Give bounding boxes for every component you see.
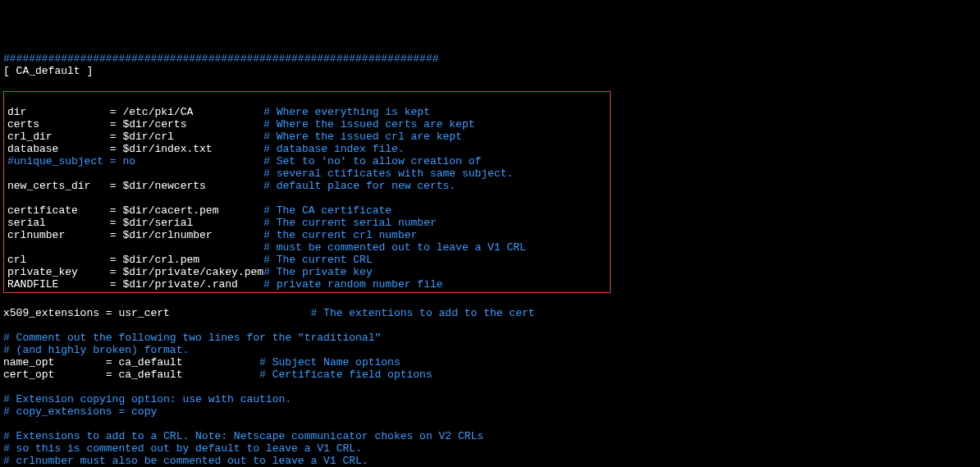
- comment-line: # Comment out the following two lines fo…: [3, 332, 381, 344]
- config-key: certs: [7, 118, 103, 130]
- comment-line: # crlnumber must also be commented out t…: [3, 455, 369, 467]
- comment: # private random number file: [263, 278, 442, 291]
- comment: # The CA certificate: [263, 204, 392, 217]
- config-key: certificate: [7, 204, 103, 217]
- comment: # Where everything is kept: [263, 106, 430, 118]
- comment: # The private key: [263, 266, 373, 278]
- config-key: cert_opt: [3, 369, 99, 381]
- config-key: private_key: [7, 266, 103, 278]
- config-value: $dir/private/cakey.pem: [122, 266, 263, 278]
- config-key: crl_dir: [7, 130, 103, 143]
- config-key: dir: [7, 106, 103, 118]
- section-header: [ CA_default ]: [3, 65, 93, 77]
- config-value: no: [122, 155, 135, 167]
- config-key: #unique_subject: [7, 155, 103, 167]
- config-value: $dir/cacert.pem: [122, 204, 218, 217]
- comment-line: # so this is commented out by default to…: [3, 442, 362, 455]
- config-value: $dir/crlnumber: [122, 229, 212, 241]
- comment: # Subject Name options: [259, 356, 401, 369]
- config-key: crl: [7, 254, 103, 266]
- comment: # Where the issued crl are kept: [263, 130, 462, 143]
- comment-line: # (and highly broken) format.: [3, 344, 189, 356]
- comment: # Set to 'no' to allow creation of: [263, 155, 481, 167]
- comment: # database index file.: [263, 143, 405, 155]
- config-key: new_certs_dir: [7, 180, 103, 192]
- comment: # The extentions to add to the cert: [311, 307, 535, 319]
- comment: # Certificate field options: [259, 369, 433, 381]
- config-value: /etc/pki/CA: [122, 106, 193, 118]
- config-value: ca_default: [118, 369, 182, 381]
- comment-line: # Extension copying option: use with cau…: [3, 393, 291, 405]
- config-value: $dir/serial: [122, 217, 193, 229]
- comment: # Where the issued certs are kept: [263, 118, 474, 130]
- config-value: $dir/crl.pem: [122, 254, 199, 266]
- config-key: database: [7, 143, 103, 155]
- config-value: usr_cert: [118, 307, 169, 319]
- config-value: $dir/private/.rand: [122, 278, 237, 291]
- comment-line: # copy_extensions = copy: [3, 405, 157, 418]
- comment-line: # Extensions to add to a CRL. Note: Nets…: [3, 430, 483, 442]
- config-key: serial: [7, 217, 103, 229]
- comment: # default place for new certs.: [263, 180, 456, 192]
- comment: # must be commented out to leave a V1 CR…: [263, 241, 526, 254]
- comment: # The current CRL: [263, 254, 373, 266]
- config-key: x509_extensions: [3, 307, 99, 319]
- config-key: name_opt: [3, 356, 99, 369]
- config-value: $dir/certs: [122, 118, 186, 130]
- separator-line: ########################################…: [3, 53, 439, 65]
- config-value: $dir/newcerts: [122, 180, 205, 192]
- config-value: ca_default: [118, 356, 182, 369]
- terminal-output: ########################################…: [3, 53, 977, 467]
- highlighted-block: dir = /etc/pki/CA # Where everything is …: [3, 91, 611, 293]
- comment: # the current crl number: [263, 229, 417, 241]
- config-value: $dir/index.txt: [122, 143, 212, 155]
- comment: # The current serial number: [263, 217, 437, 229]
- config-key: crlnumber: [7, 229, 103, 241]
- comment: # several ctificates with same subject.: [263, 167, 513, 180]
- config-key: RANDFILE: [7, 278, 103, 291]
- config-value: $dir/crl: [122, 130, 173, 143]
